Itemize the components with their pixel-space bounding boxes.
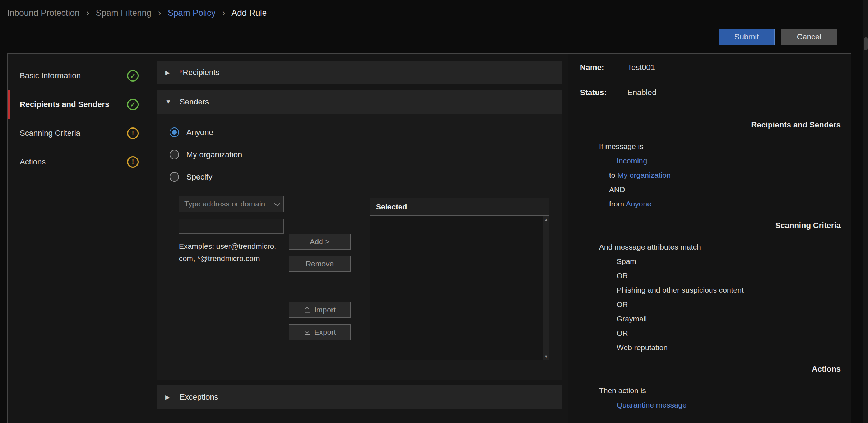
- summary-attribute-or: OR: [599, 297, 841, 312]
- breadcrumb-spam-filtering: Spam Filtering: [96, 8, 152, 18]
- radio-selected-icon: [170, 127, 179, 137]
- rule-status-row: Status: Enabled: [580, 88, 841, 97]
- add-button[interactable]: Add >: [289, 234, 351, 250]
- step-label: Scanning Criteria: [20, 129, 80, 138]
- check-circle-icon: ✓: [127, 70, 139, 82]
- breadcrumb-separator: ›: [158, 8, 161, 18]
- add-rule-panel: Basic Information ✓ Recipients and Sende…: [7, 53, 851, 423]
- selected-list-header: Selected: [370, 198, 549, 216]
- summary-to-prefix: to: [609, 171, 616, 179]
- radio-unselected-icon: [170, 150, 179, 159]
- download-icon: [303, 329, 311, 336]
- summary-and: AND: [599, 182, 841, 197]
- recipients-section-label: Recipients: [183, 68, 220, 77]
- summary-recipients-heading: Recipients and Senders: [599, 118, 841, 132]
- summary-action-link[interactable]: Quarantine message: [617, 401, 687, 409]
- summary-to-link[interactable]: My organization: [617, 171, 670, 179]
- summary-from-prefix: from: [609, 200, 624, 208]
- expand-arrow-icon: ▶: [165, 394, 173, 401]
- summary-attribute-or: OR: [599, 269, 841, 283]
- radio-my-organization-label: My organization: [186, 150, 242, 159]
- listbox-scrollbar[interactable]: ▲ ▼: [543, 216, 549, 360]
- import-button[interactable]: Import: [289, 302, 351, 318]
- radio-specify-label: Specify: [186, 172, 212, 182]
- scroll-up-icon[interactable]: ▲: [544, 217, 548, 222]
- warning-circle-icon: !: [127, 156, 139, 168]
- collapse-arrow-icon: ▼: [165, 98, 173, 106]
- exceptions-section-header[interactable]: ▶Exceptions: [157, 385, 562, 409]
- step-label: Recipients and Senders: [20, 100, 109, 109]
- radio-anyone[interactable]: Anyone: [170, 127, 213, 137]
- recipients-senders-content: ▶*Recipients ▼Senders Anyone My organiza…: [148, 54, 568, 423]
- add-button-label: Add >: [310, 237, 329, 246]
- scrollbar-thumb[interactable]: [864, 37, 868, 50]
- step-label: Basic Information: [20, 71, 81, 80]
- recipients-section-header[interactable]: ▶*Recipients: [157, 61, 562, 84]
- selected-listbox[interactable]: ▲ ▼: [370, 216, 549, 360]
- summary-attributes-intro: And message attributes match: [599, 240, 841, 254]
- expand-arrow-icon: ▶: [165, 69, 173, 76]
- breadcrumb-spam-policy-link[interactable]: Spam Policy: [168, 8, 215, 18]
- summary-then-action: Then action is: [599, 384, 841, 398]
- senders-section-header[interactable]: ▼Senders: [157, 90, 562, 114]
- radio-anyone-label: Anyone: [186, 128, 213, 137]
- step-label: Actions: [20, 157, 46, 167]
- summary-attribute-or: OR: [599, 326, 841, 340]
- step-basic-information[interactable]: Basic Information ✓: [8, 61, 148, 90]
- scroll-down-icon[interactable]: ▼: [544, 354, 548, 359]
- summary-scanning-heading: Scanning Criteria: [599, 218, 841, 233]
- summary-attribute: Phishing and other suspicious content: [599, 283, 841, 297]
- rule-summary-panel: Name: Test001 Status: Enabled Recipients…: [568, 54, 851, 423]
- warning-circle-icon: !: [127, 127, 139, 139]
- address-type-dropdown[interactable]: Type address or domain: [179, 196, 284, 212]
- breadcrumb: Inbound Protection › Spam Filtering › Sp…: [7, 8, 267, 18]
- top-action-bar: Submit Cancel: [719, 29, 837, 45]
- radio-specify[interactable]: Specify: [170, 172, 212, 182]
- summary-attribute: Web reputation: [599, 340, 841, 355]
- breadcrumb-separator: ›: [222, 8, 225, 18]
- remove-button-label: Remove: [306, 260, 334, 268]
- rule-status-label: Status:: [580, 88, 627, 97]
- step-scanning-criteria[interactable]: Scanning Criteria !: [8, 119, 148, 148]
- chevron-down-icon: [274, 200, 280, 206]
- radio-my-organization[interactable]: My organization: [170, 150, 242, 159]
- summary-attribute: Spam: [599, 254, 841, 269]
- summary-direction-link[interactable]: Incoming: [617, 157, 647, 165]
- upload-icon: [303, 306, 311, 313]
- rule-name-row: Name: Test001: [580, 63, 841, 72]
- step-recipients-and-senders[interactable]: Recipients and Senders ✓: [8, 90, 148, 119]
- rule-name-label: Name:: [580, 63, 627, 72]
- selected-list-title: Selected: [376, 203, 407, 211]
- export-button[interactable]: Export: [289, 324, 351, 340]
- rule-status-value: Enabled: [627, 88, 656, 97]
- summary-actions-heading: Actions: [599, 362, 841, 376]
- check-circle-icon: ✓: [127, 99, 139, 110]
- export-button-label: Export: [314, 328, 336, 336]
- senders-section-label: Senders: [180, 97, 209, 107]
- import-button-label: Import: [314, 306, 336, 314]
- submit-button[interactable]: Submit: [719, 29, 775, 45]
- examples-text: Examples: user@trendmicro.com, *@trendmi…: [179, 240, 279, 264]
- remove-button[interactable]: Remove: [289, 256, 351, 272]
- rule-summary-body: Recipients and Senders If message is Inc…: [568, 107, 851, 412]
- summary-attribute: Graymail: [599, 312, 841, 326]
- radio-unselected-icon: [170, 172, 179, 182]
- rule-summary-top: Name: Test001 Status: Enabled: [568, 54, 851, 107]
- breadcrumb-add-rule: Add Rule: [231, 8, 267, 18]
- required-asterisk: *: [180, 68, 183, 77]
- rule-name-value: Test001: [627, 63, 655, 72]
- summary-from-link[interactable]: Anyone: [626, 200, 651, 208]
- selected-panel: Selected ▲ ▼: [370, 198, 549, 360]
- address-input[interactable]: [179, 219, 284, 234]
- address-type-dropdown-value: Type address or domain: [184, 200, 265, 208]
- wizard-steps-sidebar: Basic Information ✓ Recipients and Sende…: [8, 54, 148, 423]
- exceptions-section-label: Exceptions: [180, 392, 218, 402]
- page-scrollbar[interactable]: [863, 0, 868, 423]
- summary-if-message-is: If message is: [599, 139, 841, 154]
- breadcrumb-inbound-protection: Inbound Protection: [7, 8, 79, 18]
- breadcrumb-separator: ›: [86, 8, 89, 18]
- senders-section-body: Anyone My organization Specify Type addr…: [157, 114, 562, 380]
- cancel-button[interactable]: Cancel: [781, 29, 837, 45]
- step-actions[interactable]: Actions !: [8, 148, 148, 176]
